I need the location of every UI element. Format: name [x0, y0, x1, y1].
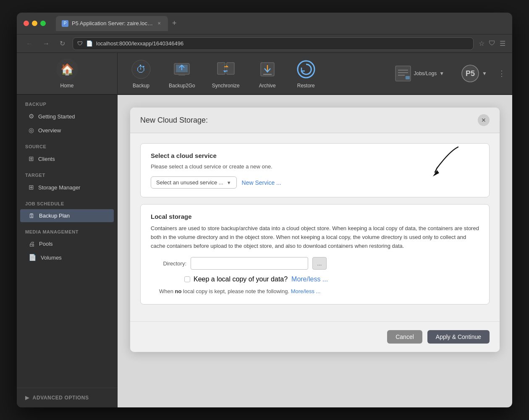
- note-bold-no: no: [175, 288, 182, 294]
- new-service-link[interactable]: New Service ...: [242, 179, 281, 186]
- service-row: Select an unused service ... ▼ New Servi…: [151, 176, 479, 189]
- cloud-service-subtitle: Please select a cloud service or create …: [151, 163, 479, 170]
- new-tab-button[interactable]: +: [170, 19, 179, 28]
- nav-items-area: ⏱ Backup: [118, 53, 512, 94]
- more-less-link-2[interactable]: More/less ...: [291, 288, 321, 294]
- backup-plan-label: Backup Plan: [39, 213, 70, 219]
- storage-manager-icon: ⊞: [29, 184, 34, 191]
- address-text: localhost:8000/lexxapp/1640346496: [96, 40, 183, 47]
- shield-check-icon[interactable]: 🛡: [489, 39, 495, 47]
- traffic-lights: [24, 21, 46, 26]
- reload-button[interactable]: ↻: [57, 39, 68, 48]
- svg-marker-19: [433, 170, 439, 176]
- pools-label: Pools: [39, 241, 53, 247]
- sidebar-footer: ▶ ADVANCED OPTIONS: [17, 388, 117, 407]
- sidebar-item-getting-started[interactable]: ⚙ Getting Started: [20, 110, 114, 123]
- backup-plan-icon: 🗓: [29, 212, 35, 219]
- more-less-link-1[interactable]: More/less ...: [291, 276, 328, 283]
- directory-row: Directory: ...: [151, 257, 479, 270]
- apply-continue-button[interactable]: Apply & Continue: [427, 330, 490, 344]
- nav-archive[interactable]: Archive: [248, 55, 287, 92]
- overview-label: Overview: [38, 127, 61, 134]
- archive-nav-icon: [257, 58, 278, 80]
- dialog-body: Select a cloud service Please select a c…: [130, 133, 500, 321]
- clients-icon: ⊞: [29, 155, 34, 163]
- volumes-label: Volumes: [41, 255, 62, 261]
- clients-label: Clients: [38, 156, 55, 162]
- advanced-options-toggle[interactable]: ▶ ADVANCED OPTIONS: [25, 395, 109, 401]
- overview-icon: ◎: [29, 126, 34, 134]
- tab-favicon: P: [62, 20, 68, 27]
- local-storage-description: Containers are used to store backup/arch…: [151, 224, 479, 250]
- section-header-job-schedule: JOB SCHEDULE: [17, 194, 117, 209]
- section-header-target: TARGET: [17, 166, 117, 180]
- browser-tab[interactable]: P P5 Application Server: zaire.loc… ✕: [56, 16, 168, 31]
- directory-label: Directory:: [159, 260, 186, 267]
- shield-icon: 🛡: [77, 40, 83, 47]
- minimize-traffic-light[interactable]: [32, 21, 37, 26]
- nav-backup[interactable]: ⏱ Backup: [122, 55, 160, 92]
- nav-jobslogs[interactable]: Jobs/Logs ▼: [385, 61, 453, 86]
- getting-started-label: Getting Started: [38, 113, 75, 120]
- jobslogs-dropdown-icon[interactable]: ▼: [439, 71, 444, 76]
- backup2go-nav-icon: [171, 58, 193, 80]
- app-body: 🏠 Home BACKUP ⚙ Getting Started ◎ Overvi…: [17, 53, 512, 407]
- restore-nav-icon: [295, 58, 317, 80]
- jobslogs-nav-label: Jobs/Logs: [414, 71, 437, 76]
- note-text-when: When: [159, 288, 175, 294]
- nav-synchronize[interactable]: Synchronize: [204, 55, 248, 92]
- dialog-footer: Cancel Apply & Continue: [130, 321, 500, 352]
- sidebar-item-pools[interactable]: 🖨 Pools: [20, 237, 114, 250]
- sidebar-home-area: 🏠 Home: [17, 53, 117, 95]
- back-button[interactable]: ←: [24, 39, 35, 48]
- menu-icon[interactable]: ☰: [500, 39, 505, 47]
- sidebar-item-clients[interactable]: ⊞ Clients: [20, 152, 114, 165]
- close-traffic-light[interactable]: [24, 21, 29, 26]
- backup2go-nav-label: Backup2Go: [169, 83, 195, 89]
- no-local-copy-note: When no local copy is kept, please note …: [151, 287, 479, 296]
- local-storage-title: Local storage: [151, 213, 479, 220]
- directory-input[interactable]: [191, 257, 308, 270]
- cancel-button[interactable]: Cancel: [387, 330, 422, 344]
- svg-rect-5: [178, 74, 185, 76]
- addressbar: ← → ↻ 🛡 📄 localhost:8000/lexxapp/1640346…: [17, 34, 512, 53]
- jobslogs-nav-icon: [394, 64, 412, 83]
- address-field[interactable]: 🛡 📄 localhost:8000/lexxapp/1640346496: [73, 37, 474, 50]
- service-dropdown[interactable]: Select an unused service ... ▼: [151, 176, 237, 189]
- dialog-title: New Cloud Storage:: [140, 116, 208, 125]
- volumes-icon: 📄: [29, 254, 37, 261]
- section-header-source: SOURCE: [17, 137, 117, 152]
- nav-overflow: ⋮: [495, 69, 508, 78]
- pools-icon: 🖨: [29, 240, 35, 247]
- sidebar-item-storage-manager[interactable]: ⊞ Storage Manager: [20, 181, 114, 194]
- dropdown-arrow-icon: ▼: [227, 180, 231, 185]
- sidebar-nav-home[interactable]: 🏠 Home: [48, 55, 86, 92]
- backup-nav-label: Backup: [133, 83, 149, 89]
- svg-text:P5: P5: [466, 69, 475, 78]
- sidebar-item-overview[interactable]: ◎ Overview: [20, 123, 114, 137]
- advanced-options-arrow: ▶: [25, 395, 29, 401]
- nav-restore[interactable]: Restore: [287, 55, 325, 92]
- synchronize-nav-icon: [215, 58, 237, 80]
- svg-rect-6: [217, 63, 225, 74]
- sidebar-item-backup-plan[interactable]: 🗓 Backup Plan: [20, 209, 114, 222]
- p5-dropdown-icon[interactable]: ▼: [482, 71, 487, 76]
- tab-close-button[interactable]: ✕: [156, 21, 162, 26]
- browse-button[interactable]: ...: [312, 257, 327, 270]
- cloud-service-section: Select a cloud service Please select a c…: [140, 143, 490, 197]
- archive-nav-label: Archive: [259, 83, 276, 89]
- nav-backup2go[interactable]: Backup2Go: [160, 55, 204, 92]
- dialog-close-button[interactable]: ✕: [478, 114, 490, 126]
- bookmark-icon[interactable]: ☆: [479, 39, 484, 47]
- section-header-backup: BACKUP: [17, 95, 117, 109]
- maximize-traffic-light[interactable]: [40, 21, 46, 26]
- backup-nav-icon: ⏱: [130, 58, 152, 80]
- nav-p5[interactable]: P5 ▼: [453, 61, 495, 86]
- local-copy-checkbox[interactable]: [184, 276, 190, 282]
- sidebar: 🏠 Home BACKUP ⚙ Getting Started ◎ Overvi…: [17, 53, 118, 407]
- tab-title: P5 Application Server: zaire.loc…: [72, 20, 153, 26]
- restore-nav-label: Restore: [297, 83, 315, 89]
- sidebar-item-volumes[interactable]: 📄 Volumes: [20, 251, 114, 264]
- forward-button[interactable]: →: [40, 39, 52, 48]
- getting-started-icon: ⚙: [29, 113, 34, 120]
